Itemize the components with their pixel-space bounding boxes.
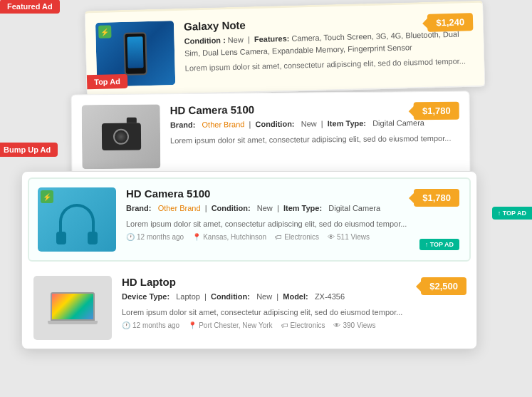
headphone-ear-left: [56, 232, 66, 244]
condition-val-f: New: [257, 204, 273, 212]
camera-body: [101, 123, 140, 150]
time-item: 🕐 12 months ago: [126, 233, 184, 241]
condition-label: Condition :: [184, 36, 226, 46]
category-val: Electronics: [284, 233, 319, 241]
lightning-icon-front: ⚡: [41, 190, 53, 203]
laptop-category-val: Electronics: [291, 321, 325, 329]
laptop-title: HD Laptop: [122, 276, 465, 288]
location-item: 📍 Kansas, Hutchinson: [192, 233, 266, 241]
location-val: Kansas, Hutchinson: [203, 233, 266, 241]
brand-label-m: Brand:: [170, 120, 196, 129]
brand-label-f: Brand:: [126, 204, 151, 212]
phone-shape: [123, 32, 147, 76]
eye-icon: 👁: [328, 233, 335, 241]
top-ad-corner-badge: ↑ TOP AD: [492, 207, 532, 220]
device-type-label: Device Type:: [122, 292, 169, 301]
camera-top: [126, 118, 136, 123]
scene: Featured Ad Bump Up Ad ↑ TOP AD ⚡ Galaxy…: [0, 0, 532, 397]
laptop-meta: Device Type: Laptop | Condition: New | M…: [122, 291, 465, 303]
features-val: Camera, Touch Screen, 3G, 4G, Bluetooth,…: [184, 30, 459, 58]
camera-footer-front: 🕐 12 months ago 📍 Kansas, Hutchinson 🏷 E…: [126, 233, 461, 241]
camera-thumb-front: ⚡: [38, 187, 116, 252]
galaxy-price: $1,240: [427, 13, 473, 32]
laptop-footer: 🕐 12 months ago 📍 Port Chester, New York…: [122, 321, 465, 329]
camera-image-middle: [82, 104, 161, 169]
camera-price-middle: $1,780: [414, 102, 459, 120]
laptop-thumb: [33, 276, 112, 340]
laptop-ad-body: HD Laptop Device Type: Laptop | Conditio…: [122, 276, 465, 329]
laptop-base: [48, 321, 98, 324]
ad-item-galaxy: ⚡ Galaxy Note Condition : New | Features…: [85, 3, 485, 97]
views-item: 👁 511 Views: [328, 233, 370, 241]
camera-meta-front: Brand: Other Brand | Condition: New | It…: [126, 202, 461, 215]
condition-label-f: Condition:: [212, 204, 251, 212]
bump-up-ad-label: Bump Up Ad: [0, 143, 58, 157]
tag-icon: 🏷: [275, 233, 282, 241]
camera-price-front: $1,780: [414, 189, 459, 207]
laptop-clock-icon: 🕐: [122, 321, 130, 329]
laptop-pin-icon: 📍: [188, 321, 197, 329]
laptop-image: [33, 276, 112, 340]
laptop-location-item: 📍 Port Chester, New York: [188, 321, 272, 329]
laptop-screen: [51, 292, 95, 321]
laptop-views-val: 390 Views: [343, 321, 375, 329]
ad-item-laptop: HD Laptop Device Type: Laptop | Conditio…: [22, 267, 476, 349]
brand-val-m: Other Brand: [202, 120, 244, 129]
camera-lens: [113, 129, 129, 145]
camera-desc-front: Lorem ipsum dolor sit amet, consectetur …: [126, 218, 461, 230]
laptop-time-val: 12 months ago: [132, 321, 179, 329]
views-val: 511 Views: [337, 233, 370, 241]
laptop-condition-val: New: [256, 292, 272, 301]
galaxy-meta: Condition : New | Features: Camera, Touc…: [184, 28, 474, 59]
condition-val-m: New: [301, 119, 317, 128]
device-type-val: Laptop: [176, 292, 200, 301]
features-label: Features:: [254, 34, 290, 43]
model-val: ZX-4356: [315, 292, 345, 301]
phone-screen: [127, 36, 143, 68]
condition-label-m: Condition:: [255, 120, 294, 128]
laptop-condition-label: Condition:: [211, 292, 250, 301]
galaxy-desc: Lorem ipsum dolor sit amet, consectetur …: [184, 55, 474, 74]
camera-thumb-middle: [82, 104, 161, 169]
item-type-label-f: Item Type:: [283, 204, 322, 212]
laptop-eye-icon: 👁: [333, 321, 340, 329]
clock-icon: 🕐: [126, 233, 135, 241]
model-label: Model:: [283, 292, 308, 301]
laptop-location-val: Port Chester, New York: [199, 321, 272, 329]
top-ad-badge-front: ↑ TOP AD: [419, 239, 459, 250]
laptop-desc: Lorem ipsum dolor sit amet, consectetur …: [122, 306, 465, 319]
time-val: 12 months ago: [137, 233, 184, 241]
camera-desc-middle: Lorem ipsum dolor sit amet, consectetur …: [170, 132, 459, 146]
brand-val-f: Other Brand: [158, 204, 201, 212]
featured-ad-label: Featured Ad: [0, 0, 60, 14]
pin-icon: 📍: [192, 233, 201, 241]
laptop-time-item: 🕐 12 months ago: [122, 321, 179, 329]
featured-ad-card: ⚡ Galaxy Note Condition : New | Features…: [85, 1, 486, 98]
laptop-category-item: 🏷 Electronics: [281, 321, 325, 329]
category-item: 🏷 Electronics: [275, 233, 319, 241]
headphone-ear-right: [88, 232, 98, 244]
laptop-tag-icon: 🏷: [281, 321, 288, 329]
front-ad-card: ⚡ HD Camera 5100 Brand: Other Brand | Co…: [21, 171, 477, 349]
condition-val: New: [228, 36, 244, 45]
ad-item-camera-front: ⚡ HD Camera 5100 Brand: Other Brand | Co…: [28, 177, 471, 262]
laptop-views-item: 👁 390 Views: [333, 321, 375, 329]
item-type-val-f: Digital Camera: [328, 204, 380, 212]
lightning-icon: ⚡: [98, 25, 111, 38]
top-ad-label-featured: Top Ad: [87, 74, 127, 89]
laptop-price: $2,500: [421, 277, 466, 295]
laptop-body-shape: [48, 292, 98, 324]
middle-ad-card: HD Camera 5100 Brand: Other Brand | Cond…: [71, 91, 470, 179]
ad-item-camera-middle: HD Camera 5100 Brand: Other Brand | Cond…: [72, 92, 470, 178]
item-type-label-m: Item Type:: [328, 119, 366, 128]
headphone-arc: [59, 204, 95, 236]
